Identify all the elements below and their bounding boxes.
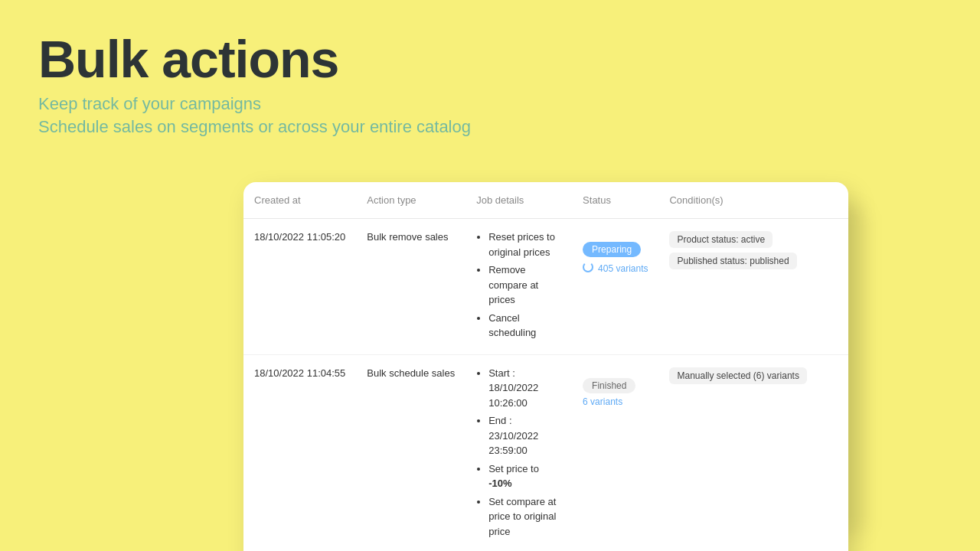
variants-link[interactable]: 6 variants <box>583 396 622 407</box>
status-badge: Finished <box>583 378 635 393</box>
table-container: Created at Action type Job details Statu… <box>243 182 848 551</box>
table-row: 18/10/2022 11:04:55Bulk schedule salesSt… <box>243 354 848 551</box>
condition-badge: Manually selected (6) variants <box>669 367 806 384</box>
cell-created-at: 18/10/2022 11:05:20 <box>243 219 356 355</box>
job-detail-item: Set compare at price to original price <box>488 494 561 540</box>
job-detail-item: Reset prices to original prices <box>488 230 561 259</box>
job-detail-item: Remove compare at prices <box>488 262 561 308</box>
cell-created-at: 18/10/2022 11:04:55 <box>243 354 356 551</box>
table-body: 18/10/2022 11:05:20Bulk remove salesRese… <box>243 219 848 552</box>
loading-spinner <box>583 262 593 272</box>
variants-link[interactable]: 405 variants <box>598 263 648 274</box>
col-created-at: Created at <box>243 182 356 219</box>
job-detail-item: Start : 18/10/2022 10:26:00 <box>488 366 561 411</box>
job-detail-item: Cancel scheduling <box>488 311 561 341</box>
cell-conditions: Product status: activePublished status: … <box>658 219 848 355</box>
col-job-details: Job details <box>466 182 572 219</box>
page-header: Bulk actions Keep track of your campaign… <box>0 0 980 137</box>
condition-badge: Published status: published <box>669 253 796 269</box>
table-row: 18/10/2022 11:05:20Bulk remove salesRese… <box>243 219 848 355</box>
cell-action-type: Bulk remove sales <box>356 219 466 355</box>
job-detail-item: Set price to -10% <box>488 461 561 491</box>
status-badge: Preparing <box>583 242 641 257</box>
job-detail-item: End : 23/10/2022 23:59:00 <box>488 413 561 458</box>
bulk-actions-table: Created at Action type Job details Statu… <box>243 182 848 551</box>
cell-job-details: Start : 18/10/2022 10:26:00End : 23/10/2… <box>466 354 572 551</box>
cell-status: Finished6 variants <box>572 354 658 551</box>
col-action-type: Action type <box>356 182 466 219</box>
cell-action-type: Bulk schedule sales <box>356 354 466 551</box>
condition-badge: Product status: active <box>669 231 773 248</box>
cell-status: Preparing405 variants <box>572 219 658 355</box>
page-subtitle-1: Keep track of your campaigns <box>38 94 942 114</box>
page-subtitle-2: Schedule sales on segments or across you… <box>38 117 942 137</box>
page-title: Bulk actions <box>38 31 942 88</box>
cell-conditions: Manually selected (6) variants <box>658 354 848 551</box>
table-header: Created at Action type Job details Statu… <box>243 182 848 219</box>
cell-job-details: Reset prices to original pricesRemove co… <box>466 219 572 355</box>
col-status: Status <box>572 182 658 219</box>
col-conditions: Condition(s) <box>658 182 848 219</box>
